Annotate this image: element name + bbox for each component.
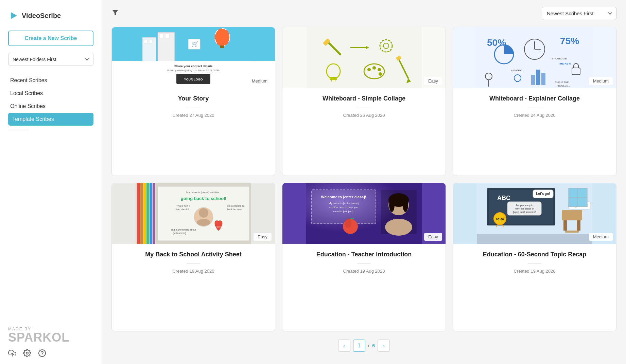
card-thumbnail-teacher-intro: Welcome to [enter class]! My name is [en… [282,183,446,244]
svg-marker-0 [11,12,17,19]
svg-text:THE KEY!: THE KEY! [558,62,571,65]
card-title-60-second: Education - 60-Second Topic Recap [458,251,611,258]
svg-rect-8 [144,40,147,43]
settings-icon [23,349,31,357]
filter-icon[interactable] [111,9,119,18]
sidebar-item-recent[interactable]: Recent Scribes [8,74,93,87]
main-sort-dropdown[interactable]: Newest Scribes First Oldest Scribes Firs… [542,7,616,20]
svg-text:75%: 75% [560,36,579,46]
svg-text:I'm excited to be: I'm excited to be [227,205,245,207]
svg-text:baby on school!: baby on school! [211,226,226,228]
pagination-prev-button[interactable]: ‹ [338,340,350,352]
svg-text:learn the basics of: learn the basics of [515,207,534,210]
scribe-card-whiteboard-explainer[interactable]: 50% 75% AN IDEA... [453,27,616,176]
svg-rect-12 [165,34,169,38]
svg-rect-66 [143,183,146,244]
svg-rect-65 [140,183,143,244]
svg-rect-68 [150,183,152,244]
card-divider [187,108,200,108]
card-body-back-to-school: My Back to School Activity Sheet Created… [112,244,275,279]
scribe-card-whiteboard-simple[interactable]: Easy Whiteboard - Simple Collage Created… [282,27,446,176]
svg-point-81 [197,219,210,226]
scribe-card-teacher-intro[interactable]: Welcome to [enter class]! My name is [en… [282,183,446,332]
upload-icon [8,349,16,357]
difficulty-badge-easy2: Easy [254,233,272,241]
card-thumbnail-whiteboard-simple: Easy [282,27,446,88]
sidebar-nav: Recent Scribes Local Scribes Online Scri… [8,74,93,320]
svg-rect-116 [565,231,579,233]
card-divider [528,108,541,108]
svg-point-36 [372,66,376,70]
pagination-total: 6 [372,340,375,352]
create-new-scribe-button[interactable]: Create a New Scribe [8,31,93,46]
svg-point-91 [345,218,351,228]
svg-text:Email: greatidea@story.com    : Email: greatidea@story.com Phone: 1-234-… [167,69,219,72]
card-body-60-second: Education - 60-Second Topic Recap Create… [453,244,616,279]
svg-point-37 [378,68,381,71]
svg-text:03:60: 03:60 [496,218,504,221]
card-title-teacher-intro: Education - Teacher Introduction [288,251,440,258]
card-date-whiteboard-simple: Created 26 Aug 2020 [288,113,440,118]
svg-text:YOUR LOGO: YOUR LOGO [184,78,203,81]
card-date-back-to-school: Created 19 Aug 2020 [117,269,269,274]
pagination-next-button[interactable]: › [378,340,390,352]
card-thumbnail-60-second: ABC Are you ready to learn the basics of… [453,183,616,244]
sparkol-label: SPARKOL [8,331,93,344]
svg-rect-56 [531,75,535,85]
svg-text:excel in [subject].: excel in [subject]. [333,210,354,213]
svg-text:Share your contact details: Share your contact details [174,65,213,68]
difficulty-badge-easy3: Easy [424,233,442,241]
pagination-page-1-button[interactable]: 1 [353,340,365,352]
card-body-whiteboard-explainer: Whiteboard - Explainer Collage Created 2… [453,88,616,123]
card-thumbnail-your-story: 🛒 Share your contact details Email: grea… [112,27,275,88]
svg-rect-67 [146,183,149,244]
app-name: VideoScribe [22,12,61,20]
card-thumbnail-whiteboard-explainer: 50% 75% AN IDEA... [453,27,616,88]
scribe-card-60-second[interactable]: ABC Are you ready to learn the basics of… [453,183,616,332]
svg-text:Let's go!: Let's go! [536,192,550,196]
svg-rect-15 [220,46,224,48]
settings-button[interactable] [23,349,31,357]
card-divider [528,263,541,264]
pagination-separator: / [368,340,369,352]
sidebar: VideoScribe Create a New Scribe Newest F… [0,0,102,364]
card-title-whiteboard-simple: Whiteboard - Simple Collage [288,95,440,102]
svg-rect-115 [577,220,580,231]
svg-text:going back to school!: going back to school! [181,196,226,201]
svg-rect-114 [563,220,567,231]
card-body-teacher-intro: Education - Teacher Introduction Created… [282,244,446,279]
svg-point-80 [199,208,208,218]
sidebar-divider [8,130,29,130]
svg-text:This is how I: This is how I [176,205,190,207]
svg-text:THIS IS THE: THIS IS THE [555,81,569,84]
scribe-card-your-story[interactable]: 🛒 Share your contact details Email: grea… [111,27,275,176]
upload-button[interactable] [8,349,16,357]
card-date-whiteboard-explainer: Created 24 Aug 2020 [458,113,611,118]
svg-rect-113 [562,210,582,220]
card-date-teacher-intro: Created 19 Aug 2020 [288,269,440,274]
folders-sort-dropdown[interactable]: Newest Folders First Oldest Folders Firs… [8,53,93,66]
svg-text:and I'm here to help you: and I'm here to help you [329,206,358,209]
main-header: Newest Scribes First Oldest Scribes Firs… [111,7,616,20]
sidebar-item-online[interactable]: Online Scribes [8,100,93,113]
svg-text:feel about it...: feel about it... [176,208,191,211]
svg-text:My name is [name] and i'm...: My name is [name] and i'm... [186,191,221,194]
difficulty-badge-medium2: Medium [589,77,613,85]
card-date-your-story: Created 27 Aug 2020 [117,113,269,118]
svg-point-94 [385,219,412,236]
difficulty-badge-medium: Medium [248,77,272,85]
sidebar-item-template[interactable]: Template Scribes [8,113,93,126]
svg-text:[tell us here]: [tell us here] [173,232,186,235]
difficulty-badge-easy: Easy [424,77,442,85]
svg-rect-23 [306,27,422,88]
pagination: ‹ 1 / 6 › [111,340,616,357]
scribe-card-back-to-school[interactable]: My name is [name] and i'm... going back … [111,183,275,332]
sidebar-item-local[interactable]: Local Scribes [8,87,93,100]
svg-point-97 [403,198,408,212]
svg-text:Welcome to [enter class]!: Welcome to [enter class]! [321,195,366,199]
help-icon [38,349,46,357]
scribes-grid: 🛒 Share your contact details Email: grea… [111,27,616,331]
svg-rect-64 [137,183,140,244]
svg-text:PROBLEM...: PROBLEM... [557,85,570,87]
help-button[interactable] [38,349,46,357]
